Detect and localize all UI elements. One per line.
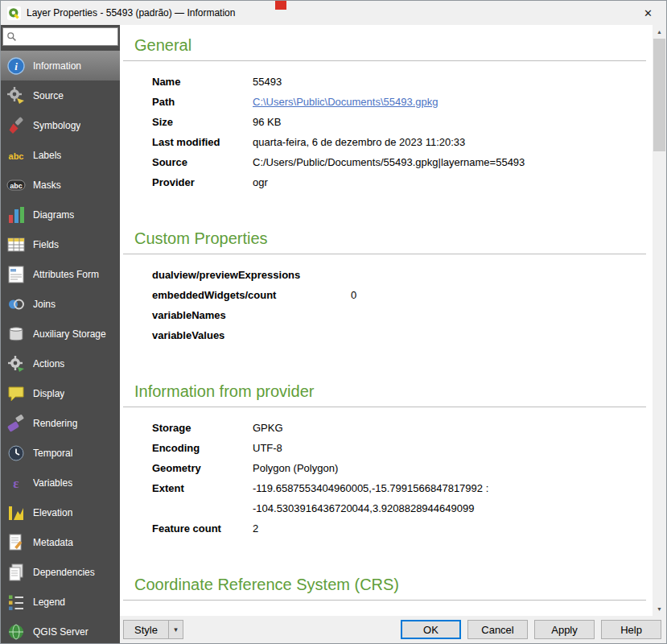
info-row: Providerogr xyxy=(134,172,646,192)
red-marker xyxy=(275,1,286,10)
row-label: Extent xyxy=(152,478,253,518)
info-row: dualview/previewExpressions xyxy=(134,265,646,285)
auxiliary-storage-icon xyxy=(6,324,27,345)
section-heading: Coordinate Reference System (CRS) xyxy=(134,576,646,594)
temporal-icon xyxy=(6,443,27,464)
joins-icon xyxy=(6,294,27,315)
info-row: Last modifiedquarta-feira, 6 de dezembro… xyxy=(134,132,646,152)
sidebar-item-label: Information xyxy=(33,60,81,72)
sidebar-item-label: Auxiliary Storage xyxy=(33,328,106,340)
divider xyxy=(123,60,646,61)
layer-properties-dialog: Layer Properties - 55493 (padrão) — Info… xyxy=(0,0,667,644)
sidebar-item-display[interactable]: Display xyxy=(1,378,120,408)
sidebar-item-auxiliary-storage[interactable]: Auxiliary Storage xyxy=(1,319,120,349)
help-button[interactable]: Help xyxy=(601,620,661,639)
row-label: dualview/previewExpressions xyxy=(152,265,351,285)
sidebar-item-information[interactable]: iInformation xyxy=(1,51,120,80)
row-value: UTF-8 xyxy=(253,438,646,458)
sidebar-item-symbology[interactable]: Symbology xyxy=(1,110,120,140)
info-row: GeometryPolygon (Polygon) xyxy=(134,458,646,478)
sidebar-item-legend[interactable]: Legend xyxy=(1,587,120,617)
scroll-down-button[interactable]: ▼ xyxy=(653,602,666,616)
scrollbar-thumb[interactable] xyxy=(653,39,665,151)
sidebar-search-box xyxy=(2,27,118,46)
sidebar-item-variables[interactable]: εVariables xyxy=(1,468,120,497)
sidebar-item-label: Actions xyxy=(33,358,64,369)
style-button-label: Style xyxy=(124,621,168,638)
sidebar-item-joins[interactable]: Joins xyxy=(1,289,120,319)
sidebar-nav: iInformationSourceSymbologyabcLabelsabcM… xyxy=(1,51,120,643)
style-button[interactable]: Style ▾ xyxy=(123,620,183,639)
sidebar-item-diagrams[interactable]: Diagrams xyxy=(1,200,120,229)
variables-icon: ε xyxy=(6,473,27,493)
sidebar-item-actions[interactable]: Actions xyxy=(1,349,120,378)
row-value: 55493 xyxy=(253,72,646,92)
sidebar-item-label: Diagrams xyxy=(33,209,74,221)
info-row: StorageGPKG xyxy=(134,418,646,438)
sidebar-item-label: Metadata xyxy=(33,537,73,548)
sidebar-item-qgis-server[interactable]: QGIS Server xyxy=(1,617,120,643)
divider xyxy=(123,254,646,254)
sidebar-item-metadata[interactable]: Metadata xyxy=(1,527,120,557)
metadata-icon xyxy=(6,532,27,553)
row-value: 0 xyxy=(351,285,646,305)
cancel-button[interactable]: Cancel xyxy=(467,620,528,639)
svg-text:abc: abc xyxy=(10,181,23,189)
row-label: Storage xyxy=(152,418,253,438)
sidebar-item-label: Joins xyxy=(33,299,56,310)
row-value xyxy=(351,325,646,345)
sidebar-item-fields[interactable]: Fields xyxy=(1,229,120,259)
sidebar-item-label: Variables xyxy=(33,477,72,489)
sidebar-item-label: Rendering xyxy=(33,418,77,429)
chevron-down-icon[interactable]: ▾ xyxy=(169,621,183,638)
row-value: GPKG xyxy=(253,418,646,438)
sidebar-item-dependencies[interactable]: Dependencies xyxy=(1,557,120,587)
section-heading: Custom Properties xyxy=(134,229,646,248)
row-value xyxy=(351,265,646,285)
sidebar-item-label: Display xyxy=(33,388,64,399)
scroll-up-button[interactable]: ▲ xyxy=(653,25,666,39)
info-panel: GeneralName55493PathC:\Users\Public\Docu… xyxy=(120,25,653,616)
row-value: quarta-feira, 6 de dezembro de 2023 11:2… xyxy=(253,132,646,152)
info-row: PathC:\Users\Public\Documents\55493.gpkg xyxy=(134,92,646,112)
sidebar-item-temporal[interactable]: Temporal xyxy=(1,438,120,468)
row-label: variableNames xyxy=(152,305,351,325)
row-value: ogr xyxy=(253,172,646,192)
row-value: Polygon (Polygon) xyxy=(253,458,646,478)
apply-button[interactable]: Apply xyxy=(534,620,595,639)
display-icon xyxy=(6,383,27,404)
qgis-server-icon xyxy=(6,621,27,642)
sidebar-item-attributes-form[interactable]: Attributes Form xyxy=(1,259,120,289)
sidebar-item-label: Dependencies xyxy=(33,567,95,578)
svg-text:ε: ε xyxy=(13,475,19,490)
row-label: Size xyxy=(152,112,253,132)
ok-button[interactable]: OK xyxy=(401,620,461,639)
attributes-form-icon xyxy=(6,264,27,285)
search-input[interactable] xyxy=(20,31,114,43)
sidebar-item-elevation[interactable]: Elevation xyxy=(1,497,120,527)
row-label: Encoding xyxy=(152,438,253,458)
sidebar-item-source[interactable]: Source xyxy=(1,80,120,110)
row-value xyxy=(351,305,646,325)
sidebar-item-rendering[interactable]: Rendering xyxy=(1,408,120,438)
dialog-footer: Style ▾ OK Cancel Apply Help xyxy=(120,616,666,643)
sidebar-item-labels[interactable]: abcLabels xyxy=(1,140,120,170)
section-information-from-provider: Information from providerStorageGPKGEnco… xyxy=(134,382,646,539)
sidebar-item-label: Elevation xyxy=(33,507,72,518)
path-link[interactable]: C:\Users\Public\Documents\55493.gpkg xyxy=(253,92,646,112)
row-value: 96 KB xyxy=(253,112,646,132)
source-icon xyxy=(6,85,27,106)
vertical-scrollbar[interactable]: ▲ ▼ xyxy=(653,25,666,616)
diagrams-icon xyxy=(6,204,27,225)
svg-text:i: i xyxy=(14,60,18,72)
row-value: 2 xyxy=(253,518,646,539)
sidebar-item-label: Legend xyxy=(33,597,65,608)
close-button[interactable]: ✕ xyxy=(630,1,666,25)
fields-icon xyxy=(6,234,27,255)
divider xyxy=(123,407,646,407)
row-label: Name xyxy=(152,72,253,92)
section-heading: General xyxy=(134,36,646,55)
sidebar-item-label: Symbology xyxy=(33,120,80,131)
info-row: EncodingUTF-8 xyxy=(134,438,646,458)
sidebar-item-masks[interactable]: abcMasks xyxy=(1,170,120,200)
